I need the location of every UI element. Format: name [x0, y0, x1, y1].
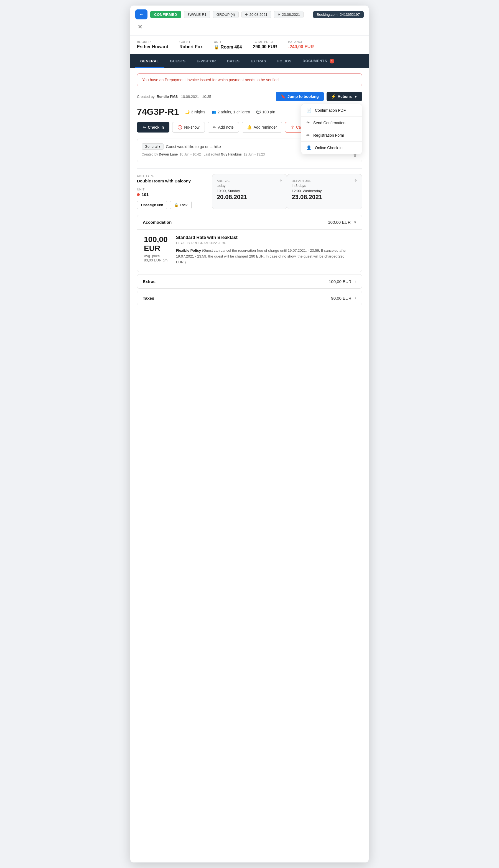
- tab-folios[interactable]: FOLIOS: [272, 54, 297, 68]
- unit-info: UNIT 🔒 Room 404: [214, 40, 242, 50]
- taxes-header[interactable]: Taxes 90,00 EUR ›: [137, 291, 362, 305]
- guest-info: GUEST Robert Fox: [179, 40, 203, 50]
- noshow-icon: 🚫: [178, 125, 182, 130]
- pdf-icon: 📄: [306, 108, 312, 113]
- extras-right: 100,00 EUR ›: [329, 279, 356, 284]
- plane-arrival-icon: ✈: [280, 179, 282, 182]
- unit-action-buttons: Unassign unit 🔒 Lock: [137, 201, 207, 209]
- taxes-title: Taxes: [143, 296, 154, 301]
- dropdown-item-registration-form[interactable]: ✏ Registration Form: [301, 129, 362, 142]
- bookmark-icon: 🔖: [281, 94, 285, 99]
- no-show-button[interactable]: 🚫 No-show: [172, 122, 205, 133]
- total-price-info: TOTAL PRICE 290,00 EUR: [253, 40, 277, 50]
- unit-type-value: Double Room with Balcony: [137, 179, 207, 183]
- balance-value: -240,00 EUR: [288, 44, 314, 49]
- tab-general[interactable]: GENERAL: [135, 54, 165, 68]
- dropdown-item-confirmation-pdf[interactable]: 📄 Confirmation PDF: [301, 104, 362, 117]
- departure-card: DEPARTURE ✈ in 3 days 12:00, Wednesday 2…: [287, 174, 362, 209]
- tab-guests[interactable]: GUESTS: [165, 54, 191, 68]
- price-avg: Avg. price 80,00 EUR p/n: [144, 254, 168, 262]
- status-badge: CONFIRMED: [150, 11, 181, 18]
- unit-name: 🔒 Room 404: [214, 45, 242, 49]
- arrival-icon: ✈: [245, 12, 248, 17]
- pencil-icon: ✏: [213, 125, 216, 130]
- nights-meta: 🌙 3 Nights: [185, 110, 205, 114]
- nav-tabs: GENERAL GUESTS E-VISITOR DATES EXTRAS FO…: [130, 54, 369, 68]
- lightning-icon: ⚡: [331, 94, 336, 99]
- add-reminder-button[interactable]: 🔔 Add reminder: [242, 122, 282, 133]
- departure-time: 12:00, Wednesday: [292, 189, 357, 193]
- taxes-right: 90,00 EUR ›: [331, 295, 356, 301]
- taxes-amount: 90,00 EUR: [331, 296, 351, 301]
- loyalty-badge: LOYALTY PROGRAM 2022 -10%: [176, 241, 355, 245]
- tab-dates[interactable]: DATES: [221, 54, 245, 68]
- unassign-unit-button[interactable]: Unassign unit: [137, 201, 167, 209]
- chevron-right-extras: ›: [355, 279, 356, 284]
- person-icon: 👤: [306, 145, 312, 150]
- reminder-icon: 🔔: [247, 125, 252, 130]
- chevron-down-icon: ▼: [354, 94, 357, 99]
- unit-status-dot: [137, 193, 140, 196]
- taxes-accordion: Taxes 90,00 EUR ›: [137, 291, 362, 305]
- lock-icon-btn: 🔒: [174, 203, 179, 207]
- booker-label: BOOKER: [137, 40, 168, 44]
- booking-code-tag: 3WWLE-R1: [184, 11, 210, 18]
- created-row: Created by Rentlio PMS 10.08.2021 - 10:3…: [137, 92, 362, 101]
- tab-documents[interactable]: DOCUMENTS 1: [297, 54, 340, 68]
- chevron-down-accordion: ▾: [354, 220, 356, 225]
- tab-evisitor[interactable]: E-VISITOR: [191, 54, 221, 68]
- actions-group: 🔖 Jump to booking ⚡ Actions ▼ 📄 Confirma…: [276, 92, 362, 101]
- guest-label: GUEST: [179, 40, 203, 44]
- balance-info: BALANCE -240,00 EUR: [288, 40, 314, 50]
- dropdown-item-online-checkin[interactable]: 👤 Online Check-in: [301, 142, 362, 154]
- rate-name: Standard Rate with Breakfast: [176, 235, 355, 240]
- signin-icon: ↪: [143, 125, 146, 130]
- close-button[interactable]: ✕: [135, 22, 145, 32]
- balance-label: BALANCE: [288, 40, 314, 44]
- arrival-label: ARRIVAL ✈: [217, 179, 282, 182]
- check-in-button[interactable]: ↪ Check in: [137, 122, 169, 133]
- add-note-button[interactable]: ✏ Add note: [208, 122, 239, 133]
- extras-header[interactable]: Extras 100,00 EUR ›: [137, 274, 362, 288]
- departure-label: DEPARTURE ✈: [292, 179, 357, 182]
- unit-label: UNIT: [214, 40, 242, 44]
- departure-tag: ✈ 23.08.2021: [274, 11, 304, 18]
- booking-id: 74G3P-R1: [137, 107, 179, 117]
- chevron-right-taxes: ›: [355, 295, 356, 301]
- group-tag: GROUP (4): [213, 11, 239, 18]
- total-price-label: TOTAL PRICE: [253, 40, 277, 44]
- back-button[interactable]: ←: [135, 10, 147, 20]
- lock-icon: 🔒: [214, 45, 219, 49]
- arrival-tag: ✈ 20.08.2021: [242, 11, 271, 18]
- departure-sub: in 3 days: [292, 184, 357, 188]
- price-per-night-meta: 💬 100 p/n: [256, 110, 275, 114]
- booking-source-tag: Booking.com- 2413652197: [313, 11, 364, 18]
- jump-to-booking-button[interactable]: 🔖 Jump to booking: [276, 92, 324, 101]
- unit-left-column: UNIT TYPE Double Room with Balcony UNIT …: [137, 174, 212, 209]
- send-icon: ✈: [306, 120, 310, 125]
- actions-dropdown: 📄 Confirmation PDF ✈ Send Confirmation ✏…: [301, 104, 362, 154]
- extras-title: Extras: [143, 279, 156, 284]
- modal-header: ← CONFIRMED 3WWLE-R1 GROUP (4) ✈ 20.08.2…: [130, 5, 369, 36]
- arrival-sub: today: [217, 184, 282, 188]
- extras-accordion: Extras 100,00 EUR ›: [137, 274, 362, 289]
- note-text: Guest would like to go on a hike: [166, 144, 221, 149]
- policy-text: Flexible Policy (Guest can cancel the re…: [176, 248, 355, 265]
- note-type-tag[interactable]: General ▾: [142, 143, 163, 150]
- accommodation-header[interactable]: Accomodation 100,00 EUR ▾: [137, 215, 362, 229]
- actions-button[interactable]: ⚡ Actions ▼: [327, 92, 362, 101]
- dropdown-item-send-confirmation[interactable]: ✈ Send Confirmation: [301, 117, 362, 129]
- tab-extras[interactable]: EXTRAS: [245, 54, 272, 68]
- booker-info: BOOKER Esther Howard: [137, 40, 168, 50]
- unit-number-label: UNIT: [137, 188, 207, 191]
- note-created-info: Created by Devon Lane 10 Jun - 10:42 Las…: [142, 152, 265, 158]
- back-icon: ←: [139, 12, 144, 17]
- arrival-time: 10:00, Sunday: [217, 189, 282, 193]
- info-bar: BOOKER Esther Howard GUEST Robert Fox UN…: [130, 36, 369, 54]
- booker-name: Esther Howard: [137, 44, 168, 49]
- price-main: 100,00 EUR: [144, 235, 168, 253]
- unit-type-label: UNIT TYPE: [137, 174, 207, 178]
- unit-info-grid: UNIT TYPE Double Room with Balcony UNIT …: [137, 174, 362, 209]
- chevron-down-icon-note: ▾: [159, 144, 160, 149]
- lock-unit-button[interactable]: 🔒 Lock: [170, 201, 192, 209]
